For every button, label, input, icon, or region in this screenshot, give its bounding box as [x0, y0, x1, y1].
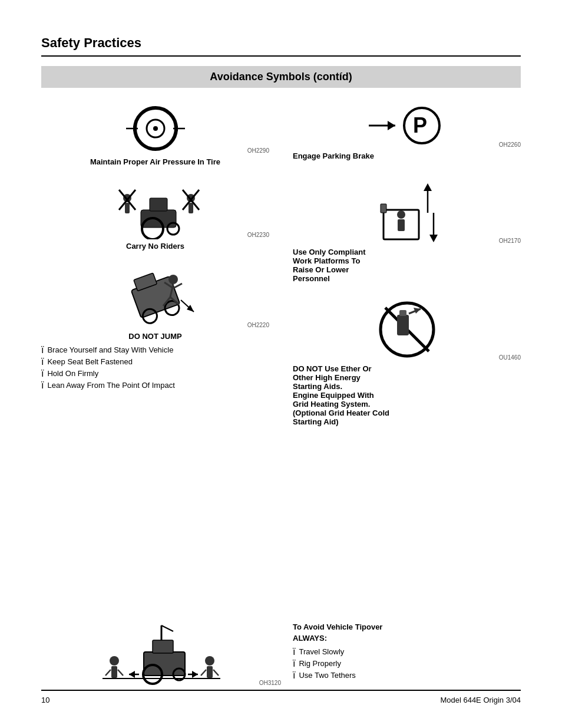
- svg-line-28: [173, 284, 182, 288]
- parking-brake-image: P OH2260: [293, 102, 521, 149]
- right-column: P OH2260 Engage Parking Brake: [281, 102, 521, 617]
- svg-marker-32: [388, 121, 395, 130]
- tipover-title: To Avoid Vehicle Tipover: [293, 622, 521, 631]
- svg-point-2: [153, 126, 158, 131]
- tire-pressure-icon: [120, 102, 191, 155]
- page-number: 10: [41, 696, 49, 704]
- no-riders-image: OH2230: [41, 180, 269, 239]
- work-platforms-image: OH2170: [293, 174, 521, 245]
- work-platforms-id: OH2170: [499, 238, 521, 244]
- svg-rect-50: [144, 652, 185, 676]
- tire-pressure-id: OH2290: [247, 147, 269, 154]
- svg-rect-42: [381, 204, 386, 213]
- bullet-seatbelt: ïKeep Seat Belt Fastened: [41, 357, 269, 367]
- no-ether-caption: DO NOT Use Ether OrOther High EnergyStar…: [293, 364, 521, 426]
- left-column: OH2290 Maintain Proper Air Pressure In T…: [41, 102, 281, 617]
- svg-point-56: [110, 656, 119, 666]
- do-not-jump-bullets: ïBrace Yourself and Stay With Vehicle ïK…: [41, 345, 269, 390]
- svg-line-59: [118, 670, 123, 676]
- bullet-brace: ïBrace Yourself and Stay With Vehicle: [41, 345, 269, 355]
- svg-rect-51: [153, 640, 173, 653]
- tire-pressure-image: OH2290: [41, 102, 269, 155]
- symbol-work-platforms: OH2170 Use Only CompliantWork Platforms …: [293, 174, 521, 283]
- tipover-id: OH3120: [259, 680, 281, 686]
- no-riders-caption: Carry No Riders: [41, 242, 269, 251]
- work-platforms-caption: Use Only CompliantWork Platforms ToRaise…: [293, 248, 521, 283]
- svg-point-64: [205, 656, 214, 666]
- symbol-no-ether: OU1460 DO NOT Use Ether OrOther High Ene…: [293, 297, 521, 426]
- bullet-holdon: ïHold On Firmly: [41, 369, 269, 378]
- svg-rect-16: [189, 203, 193, 213]
- do-not-jump-icon: [111, 265, 200, 330]
- svg-point-36: [397, 210, 405, 219]
- work-platforms-icon: [366, 174, 448, 245]
- tipover-bullets: ïTravel Slowly ïRig Properly ïUse Two Te…: [293, 647, 521, 680]
- svg-rect-46: [399, 310, 406, 316]
- svg-rect-45: [397, 315, 409, 335]
- do-not-jump-caption: DO NOT JUMP: [41, 332, 269, 341]
- title-divider: [41, 55, 521, 57]
- svg-text:P: P: [413, 113, 427, 137]
- do-not-jump-id: OH2220: [247, 322, 269, 328]
- no-ether-image: OU1460: [293, 297, 521, 362]
- page: Safety Practices Avoidance Symbols (cont…: [0, 0, 562, 728]
- svg-marker-39: [424, 183, 432, 191]
- bullet-travel-slowly: ïTravel Slowly: [293, 647, 521, 657]
- lower-section: OH3120 To Avoid Vehicle Tipover ALWAYS: …: [41, 622, 521, 690]
- svg-line-58: [105, 670, 111, 676]
- page-title: Safety Practices: [41, 35, 521, 51]
- do-not-jump-image: OH2220: [41, 265, 269, 330]
- no-riders-id: OH2230: [247, 232, 269, 238]
- parking-brake-caption: Engage Parking Brake: [293, 151, 521, 160]
- symbol-parking-brake: P OH2260 Engage Parking Brake: [293, 102, 521, 160]
- svg-line-55: [161, 625, 173, 631]
- svg-marker-63: [192, 671, 198, 678]
- svg-rect-12: [125, 203, 130, 213]
- svg-rect-65: [207, 666, 213, 678]
- no-ether-icon: [375, 297, 439, 362]
- no-ether-id: OU1460: [499, 354, 521, 361]
- svg-marker-61: [129, 671, 135, 678]
- content-area: OH2290 Maintain Proper Air Pressure In T…: [41, 102, 521, 617]
- footer: 10 Model 644E Origin 3/04: [41, 690, 521, 704]
- svg-line-66: [201, 670, 206, 676]
- tire-pressure-caption: Maintain Proper Air Pressure In Tire: [41, 157, 269, 166]
- symbol-tire-pressure: OH2290 Maintain Proper Air Pressure In T…: [41, 102, 269, 166]
- parking-brake-id: OH2260: [499, 141, 521, 148]
- svg-line-67: [213, 670, 219, 676]
- section-header: Avoidance Symbols (contíd): [41, 66, 521, 88]
- symbol-do-not-jump: OH2220 DO NOT JUMP ïBrace Yourself and S…: [41, 265, 269, 390]
- parking-brake-icon: P: [363, 102, 451, 149]
- svg-point-23: [168, 275, 178, 284]
- symbol-no-riders: OH2230 Carry No Riders: [41, 180, 269, 251]
- tipover-image: OH3120: [41, 622, 281, 687]
- svg-rect-10: [150, 198, 167, 211]
- svg-marker-41: [429, 235, 438, 242]
- svg-rect-57: [111, 666, 117, 678]
- svg-rect-37: [398, 219, 405, 231]
- tipover-icon: [97, 622, 226, 687]
- always-label: ALWAYS:: [293, 634, 521, 643]
- lower-left: OH3120: [41, 622, 281, 690]
- model-info: Model 644E Origin 3/04: [440, 696, 521, 704]
- lower-right: To Avoid Vehicle Tipover ALWAYS: ïTravel…: [281, 622, 521, 690]
- bullet-rig-properly: ïRig Properly: [293, 659, 521, 668]
- bullet-use-two-tethers: ïUse Two Tethers: [293, 671, 521, 680]
- bullet-lean: ïLean Away From The Point Of Impact: [41, 381, 269, 390]
- no-riders-icon: [108, 180, 203, 239]
